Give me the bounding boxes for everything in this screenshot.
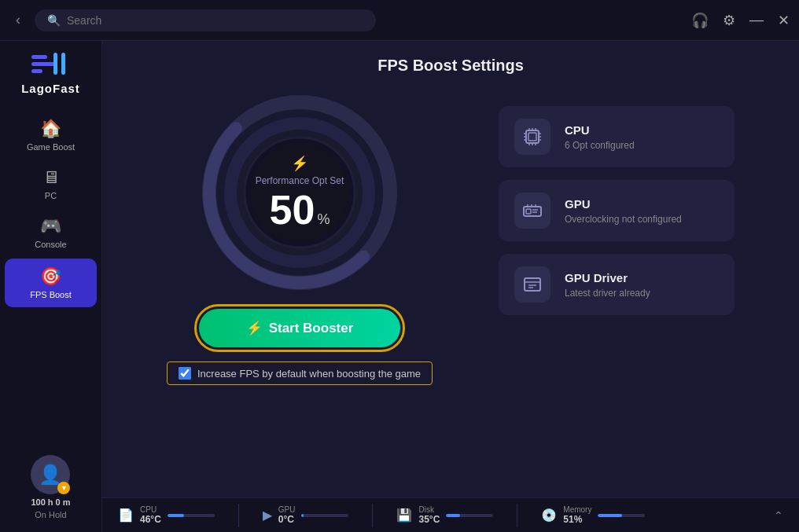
user-status: On Hold	[35, 510, 66, 519]
status-item-memory: 💿 Memory 51%	[541, 505, 645, 525]
status-gpu-text: GPU 0°C	[278, 505, 296, 525]
gauge-label: Performance Opt Set	[256, 175, 344, 186]
gauge-wrap: ⚡ Performance Opt Set 50 %	[197, 90, 402, 295]
search-input[interactable]	[67, 14, 363, 27]
status-cpu-text: CPU 46°C	[140, 505, 161, 525]
gpu-driver-card-sub: Latest driver already	[565, 288, 650, 299]
sidebar-item-fpsboost-label: FPS Boost	[30, 290, 72, 299]
sidebar-item-pc-label: PC	[45, 191, 57, 200]
content-area: FPS Boost Settings	[102, 41, 799, 532]
start-booster-button[interactable]: ⚡ Start Booster	[199, 309, 401, 347]
search-bar[interactable]: 🔍	[35, 9, 376, 31]
status-chevron-icon[interactable]: ⌃	[774, 509, 783, 522]
fps-checkbox[interactable]	[179, 367, 191, 380]
status-memory-fill	[598, 514, 622, 517]
svg-rect-2	[31, 69, 42, 73]
fps-checkbox-label: Increase FPS by default when boosting th…	[197, 368, 421, 380]
start-booster-label: Start Booster	[269, 321, 354, 336]
status-disk-label: Disk	[418, 505, 440, 514]
svg-rect-26	[526, 209, 531, 214]
status-gpu-value: 0°C	[278, 514, 296, 525]
status-cpu-value: 46°C	[140, 514, 161, 525]
sidebar-item-console-label: Console	[35, 240, 66, 249]
gauge-bolt-icon: ⚡	[291, 155, 308, 172]
cards-section: CPU 6 Opt configured	[499, 90, 735, 315]
gpu-driver-card-title: GPU Driver	[565, 271, 650, 284]
status-gpu-bar	[301, 514, 348, 517]
status-disk-text: Disk 35°C	[418, 505, 440, 525]
svg-rect-12	[528, 133, 536, 141]
support-icon[interactable]: 🎧	[691, 12, 709, 29]
svg-rect-4	[61, 53, 65, 75]
back-button[interactable]: ‹	[9, 9, 27, 31]
status-cpu-fill	[168, 514, 184, 517]
cpu-card-title: CPU	[565, 123, 635, 137]
svg-rect-3	[53, 53, 57, 75]
sidebar-bottom: 👤 ▼ 100 h 0 m On Hold	[31, 455, 70, 532]
sidebar-item-gameboost-label: Game Boost	[27, 142, 75, 152]
fps-checkbox-row: Increase FPS by default when boosting th…	[167, 361, 433, 385]
gameboost-icon: 🏠	[40, 119, 61, 139]
sidebar-item-console[interactable]: 🎮 Console	[0, 208, 101, 257]
avatar-badge: ▼	[57, 482, 70, 494]
divider-2	[372, 504, 373, 527]
status-cpu-icon: 📄	[118, 508, 134, 523]
minimize-icon[interactable]: —	[749, 12, 764, 28]
status-item-disk: 💾 Disk 35°C	[396, 505, 493, 525]
status-memory-bar	[598, 514, 645, 517]
status-disk-bar	[446, 514, 493, 517]
status-memory-value: 51%	[563, 514, 591, 525]
gauge-section: ⚡ Performance Opt Set 50 % ⚡ Start Boost…	[167, 90, 433, 385]
cpu-card[interactable]: CPU 6 Opt configured	[499, 106, 735, 167]
sidebar-item-fpsboost[interactable]: 🎯 FPS Boost	[5, 259, 96, 307]
logo-text: LagoFast	[21, 82, 80, 95]
cpu-card-sub: 6 Opt configured	[565, 140, 635, 151]
sidebar-logo: LagoFast	[21, 49, 80, 95]
search-icon: 🔍	[47, 14, 61, 27]
booster-bolt-icon: ⚡	[246, 320, 263, 336]
status-cpu-label: CPU	[140, 505, 161, 514]
sidebar-item-pc[interactable]: 🖥 PC	[0, 160, 101, 208]
sidebar-item-gameboost[interactable]: 🏠 Game Boost	[0, 111, 101, 160]
svg-rect-1	[31, 62, 55, 66]
top-bar: ‹ 🔍 🎧 ⚙ — ✕	[0, 0, 799, 41]
svg-rect-32	[525, 278, 540, 291]
gpu-card-title: GPU	[565, 197, 682, 211]
divider-1	[238, 504, 239, 527]
gauge-value: 50	[270, 189, 315, 230]
sidebar: LagoFast 🏠 Game Boost 🖥 PC 🎮 Console 🎯 F…	[0, 41, 102, 532]
fpsboost-icon: 🎯	[40, 266, 61, 287]
status-memory-text: Memory 51%	[563, 505, 591, 525]
main-content: ⚡ Performance Opt Set 50 % ⚡ Start Boost…	[102, 83, 799, 497]
status-cpu-bar	[168, 514, 215, 517]
user-time: 100 h 0 m	[31, 497, 70, 507]
gpu-driver-card-info: GPU Driver Latest driver already	[565, 271, 650, 299]
gauge-center: ⚡ Performance Opt Set 50 %	[256, 155, 344, 230]
logo-icon	[31, 49, 71, 79]
settings-icon[interactable]: ⚙	[723, 12, 735, 29]
cpu-card-info: CPU 6 Opt configured	[565, 123, 635, 151]
gpu-card-info: GPU Overclocking not configured	[565, 197, 682, 225]
status-memory-icon: 💿	[541, 508, 557, 523]
status-disk-fill	[446, 514, 460, 517]
status-gpu-label: GPU	[278, 505, 296, 514]
avatar[interactable]: 👤 ▼	[31, 455, 70, 494]
gpu-driver-icon	[514, 266, 550, 303]
status-memory-label: Memory	[563, 505, 591, 514]
console-icon: 🎮	[40, 216, 61, 237]
page-title: FPS Boost Settings	[102, 41, 799, 83]
status-gpu-fill	[301, 514, 304, 517]
status-disk-icon: 💾	[396, 508, 412, 523]
gpu-icon	[514, 193, 550, 229]
gpu-driver-card[interactable]: GPU Driver Latest driver already	[499, 254, 735, 315]
status-bar: 📄 CPU 46°C ▶ GPU 0°C	[102, 497, 799, 532]
gpu-card[interactable]: GPU Overclocking not configured	[499, 180, 735, 241]
main-layout: LagoFast 🏠 Game Boost 🖥 PC 🎮 Console 🎯 F…	[0, 41, 799, 532]
gpu-card-sub: Overclocking not configured	[565, 214, 682, 225]
cpu-icon	[514, 119, 550, 155]
close-icon[interactable]: ✕	[778, 12, 790, 29]
status-disk-value: 35°C	[418, 514, 440, 525]
top-bar-actions: 🎧 ⚙ — ✕	[691, 12, 790, 29]
status-item-gpu: ▶ GPU 0°C	[263, 505, 349, 525]
gauge-unit: %	[317, 211, 330, 228]
